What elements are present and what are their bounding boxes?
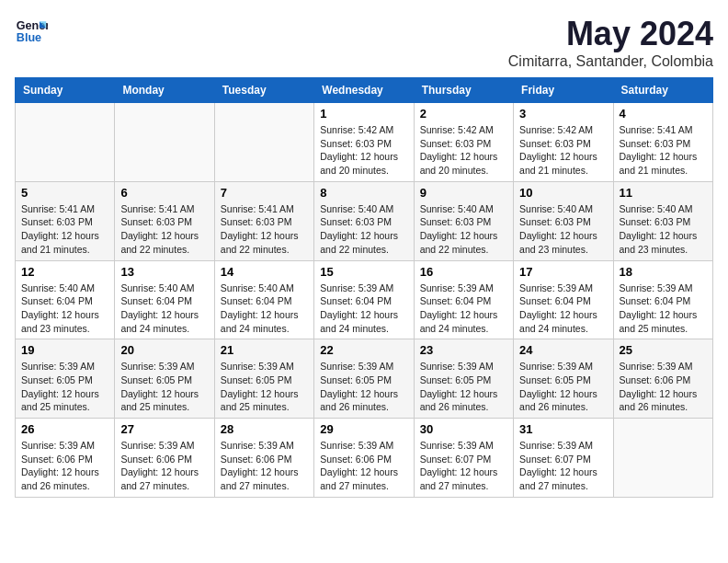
month-title: May 2024 [508, 15, 713, 53]
day-number: 12 [21, 265, 108, 279]
day-number: 29 [320, 422, 407, 436]
day-number: 15 [320, 265, 407, 279]
day-number: 4 [620, 107, 707, 121]
day-number: 14 [221, 265, 308, 279]
header-saturday: Saturday [613, 78, 712, 103]
day-info: Sunrise: 5:39 AMSunset: 6:04 PMDaylight:… [620, 282, 707, 336]
calendar-cell: 27Sunrise: 5:39 AMSunset: 6:06 PMDayligh… [115, 419, 214, 498]
calendar-cell: 15Sunrise: 5:39 AMSunset: 6:04 PMDayligh… [314, 260, 414, 339]
calendar-week-0: 1Sunrise: 5:42 AMSunset: 6:03 PMDaylight… [16, 103, 713, 182]
day-number: 10 [519, 186, 607, 200]
header-wednesday: Wednesday [314, 78, 414, 103]
calendar-week-4: 26Sunrise: 5:39 AMSunset: 6:06 PMDayligh… [16, 419, 713, 498]
calendar-cell: 23Sunrise: 5:39 AMSunset: 6:05 PMDayligh… [414, 339, 513, 419]
calendar-cell [115, 103, 214, 182]
day-info: Sunrise: 5:39 AMSunset: 6:06 PMDaylight:… [21, 439, 108, 493]
calendar-cell: 14Sunrise: 5:40 AMSunset: 6:04 PMDayligh… [214, 260, 313, 339]
calendar-week-3: 19Sunrise: 5:39 AMSunset: 6:05 PMDayligh… [16, 339, 713, 419]
calendar-cell: 22Sunrise: 5:39 AMSunset: 6:05 PMDayligh… [314, 339, 414, 419]
day-number: 25 [620, 343, 707, 357]
day-number: 17 [519, 265, 607, 279]
day-number: 20 [120, 343, 208, 357]
calendar-table: Sunday Monday Tuesday Wednesday Thursday… [15, 77, 713, 498]
calendar-cell: 2Sunrise: 5:42 AMSunset: 6:03 PMDaylight… [414, 103, 513, 182]
calendar-cell: 17Sunrise: 5:39 AMSunset: 6:04 PMDayligh… [514, 260, 613, 339]
calendar-cell: 5Sunrise: 5:41 AMSunset: 6:03 PMDaylight… [16, 181, 115, 260]
day-info: Sunrise: 5:41 AMSunset: 6:03 PMDaylight:… [620, 123, 707, 178]
calendar-cell: 10Sunrise: 5:40 AMSunset: 6:03 PMDayligh… [514, 181, 613, 260]
day-number: 3 [519, 107, 607, 121]
day-info: Sunrise: 5:39 AMSunset: 6:05 PMDaylight:… [120, 360, 208, 414]
calendar-week-1: 5Sunrise: 5:41 AMSunset: 6:03 PMDaylight… [16, 181, 713, 260]
logo-icon: General Blue [15, 15, 48, 48]
calendar-cell: 6Sunrise: 5:41 AMSunset: 6:03 PMDaylight… [115, 181, 214, 260]
header-friday: Friday [514, 78, 613, 103]
day-info: Sunrise: 5:40 AMSunset: 6:03 PMDaylight:… [620, 202, 707, 257]
day-info: Sunrise: 5:39 AMSunset: 6:05 PMDaylight:… [420, 360, 507, 414]
calendar-cell: 9Sunrise: 5:40 AMSunset: 6:03 PMDaylight… [414, 181, 513, 260]
day-number: 11 [620, 186, 707, 200]
day-info: Sunrise: 5:39 AMSunset: 6:06 PMDaylight:… [120, 439, 208, 493]
location-title: Cimitarra, Santander, Colombia [508, 53, 713, 70]
day-number: 5 [21, 186, 108, 200]
svg-text:Blue: Blue [17, 31, 41, 44]
logo: General Blue [15, 15, 48, 48]
calendar-cell: 18Sunrise: 5:39 AMSunset: 6:04 PMDayligh… [613, 260, 712, 339]
calendar-body: 1Sunrise: 5:42 AMSunset: 6:03 PMDaylight… [16, 103, 713, 498]
header-row: Sunday Monday Tuesday Wednesday Thursday… [16, 78, 713, 103]
calendar-cell: 7Sunrise: 5:41 AMSunset: 6:03 PMDaylight… [214, 181, 313, 260]
calendar-cell: 25Sunrise: 5:39 AMSunset: 6:06 PMDayligh… [613, 339, 712, 419]
day-number: 26 [21, 422, 108, 436]
title-area: May 2024 Cimitarra, Santander, Colombia [508, 15, 713, 70]
day-number: 6 [120, 186, 208, 200]
calendar-cell: 13Sunrise: 5:40 AMSunset: 6:04 PMDayligh… [115, 260, 214, 339]
header-monday: Monday [115, 78, 214, 103]
header-sunday: Sunday [16, 78, 115, 103]
calendar-cell: 19Sunrise: 5:39 AMSunset: 6:05 PMDayligh… [16, 339, 115, 419]
calendar-cell: 24Sunrise: 5:39 AMSunset: 6:05 PMDayligh… [514, 339, 613, 419]
calendar-cell: 16Sunrise: 5:39 AMSunset: 6:04 PMDayligh… [414, 260, 513, 339]
day-info: Sunrise: 5:39 AMSunset: 6:07 PMDaylight:… [519, 439, 607, 493]
day-info: Sunrise: 5:42 AMSunset: 6:03 PMDaylight:… [320, 123, 407, 178]
calendar-week-2: 12Sunrise: 5:40 AMSunset: 6:04 PMDayligh… [16, 260, 713, 339]
day-number: 7 [221, 186, 308, 200]
calendar-cell: 1Sunrise: 5:42 AMSunset: 6:03 PMDaylight… [314, 103, 414, 182]
day-info: Sunrise: 5:39 AMSunset: 6:05 PMDaylight:… [320, 360, 407, 414]
day-number: 24 [519, 343, 607, 357]
day-info: Sunrise: 5:39 AMSunset: 6:04 PMDaylight:… [320, 282, 407, 336]
day-number: 31 [519, 422, 607, 436]
day-number: 21 [221, 343, 308, 357]
day-info: Sunrise: 5:41 AMSunset: 6:03 PMDaylight:… [21, 202, 108, 257]
day-info: Sunrise: 5:40 AMSunset: 6:03 PMDaylight:… [519, 202, 607, 257]
day-info: Sunrise: 5:39 AMSunset: 6:06 PMDaylight:… [221, 439, 308, 493]
day-number: 8 [320, 186, 407, 200]
day-info: Sunrise: 5:39 AMSunset: 6:06 PMDaylight:… [620, 360, 707, 414]
day-info: Sunrise: 5:42 AMSunset: 6:03 PMDaylight:… [420, 123, 507, 178]
day-info: Sunrise: 5:39 AMSunset: 6:06 PMDaylight:… [320, 439, 407, 493]
calendar-cell: 12Sunrise: 5:40 AMSunset: 6:04 PMDayligh… [16, 260, 115, 339]
day-info: Sunrise: 5:39 AMSunset: 6:05 PMDaylight:… [519, 360, 607, 414]
day-info: Sunrise: 5:39 AMSunset: 6:07 PMDaylight:… [420, 439, 507, 493]
day-info: Sunrise: 5:40 AMSunset: 6:03 PMDaylight:… [320, 202, 407, 257]
calendar-cell: 11Sunrise: 5:40 AMSunset: 6:03 PMDayligh… [613, 181, 712, 260]
calendar-cell: 28Sunrise: 5:39 AMSunset: 6:06 PMDayligh… [214, 419, 313, 498]
day-number: 18 [620, 265, 707, 279]
day-number: 9 [420, 186, 507, 200]
day-number: 2 [420, 107, 507, 121]
header-tuesday: Tuesday [214, 78, 313, 103]
day-number: 19 [21, 343, 108, 357]
day-number: 22 [320, 343, 407, 357]
day-info: Sunrise: 5:40 AMSunset: 6:04 PMDaylight:… [120, 282, 208, 336]
day-info: Sunrise: 5:40 AMSunset: 6:03 PMDaylight:… [420, 202, 507, 257]
day-info: Sunrise: 5:40 AMSunset: 6:04 PMDaylight:… [21, 282, 108, 336]
calendar-cell: 29Sunrise: 5:39 AMSunset: 6:06 PMDayligh… [314, 419, 414, 498]
calendar-cell: 30Sunrise: 5:39 AMSunset: 6:07 PMDayligh… [414, 419, 513, 498]
day-info: Sunrise: 5:41 AMSunset: 6:03 PMDaylight:… [221, 202, 308, 257]
day-info: Sunrise: 5:40 AMSunset: 6:04 PMDaylight:… [221, 282, 308, 336]
page-header: General Blue May 2024 Cimitarra, Santand… [15, 15, 713, 70]
calendar-cell: 4Sunrise: 5:41 AMSunset: 6:03 PMDaylight… [613, 103, 712, 182]
day-info: Sunrise: 5:39 AMSunset: 6:04 PMDaylight:… [420, 282, 507, 336]
day-info: Sunrise: 5:42 AMSunset: 6:03 PMDaylight:… [519, 123, 607, 178]
calendar-cell: 20Sunrise: 5:39 AMSunset: 6:05 PMDayligh… [115, 339, 214, 419]
day-number: 23 [420, 343, 507, 357]
